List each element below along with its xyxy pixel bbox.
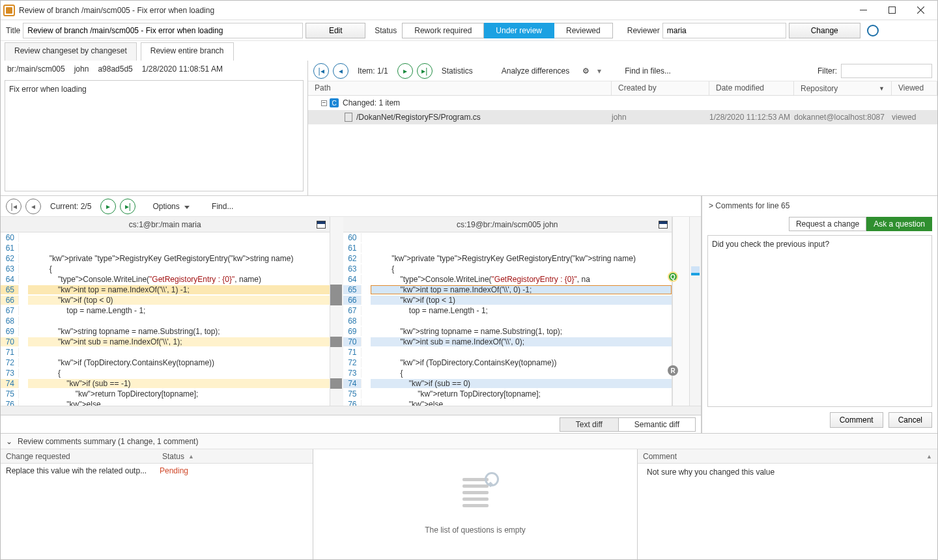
- title-label: Title: [6, 26, 20, 35]
- status-header[interactable]: Status▲: [157, 449, 313, 464]
- empty-list-icon: [457, 475, 494, 520]
- globe-icon[interactable]: [867, 25, 879, 36]
- svg-rect-0: [860, 10, 867, 10]
- tab-changeset[interactable]: Review changeset by changeset: [5, 42, 137, 61]
- reviewer-input[interactable]: [662, 23, 786, 38]
- cancel-button[interactable]: Cancel: [888, 412, 932, 428]
- pane-right-title: cs:19@br:/main/scm005 john: [457, 220, 558, 229]
- scrollbar[interactable]: [689, 217, 701, 406]
- col-repository[interactable]: Repository▼: [794, 81, 892, 95]
- maximize-button[interactable]: [877, 1, 906, 20]
- file-list-header: Path Created by Date modified Repository…: [308, 81, 937, 96]
- changed-badge-icon: C: [330, 98, 339, 107]
- diff-current: Current: 2/5: [50, 202, 91, 211]
- diff-next-icon[interactable]: ▸: [100, 199, 116, 214]
- diff-last-icon[interactable]: ▸|: [120, 199, 135, 214]
- status-reviewed[interactable]: Reviewed: [554, 23, 613, 38]
- text-diff-button[interactable]: Text diff: [560, 417, 619, 432]
- pane-left-title: cs:1@br:/main maria: [129, 220, 201, 229]
- nav-prev-icon[interactable]: ◂: [333, 63, 348, 79]
- filter-input[interactable]: [841, 64, 932, 78]
- minimap[interactable]: Q R: [672, 217, 689, 406]
- file-date: 1/28/2020 11:12:53 AM: [709, 113, 794, 122]
- comment-column: Comment▲ Not sure why you changed this v…: [638, 449, 937, 559]
- ask-question-button[interactable]: Ask a question: [866, 217, 932, 231]
- collapse-icon[interactable]: −: [321, 100, 327, 106]
- diff-pane-right: cs:19@br:/main/scm005 john 606162 "kw">p…: [343, 217, 673, 406]
- questions-column: The list of questions is empty: [313, 449, 638, 559]
- file-created-by: john: [612, 113, 709, 122]
- files-panel: |◂ ◂ Item: 1/1 ▸ ▸| Statistics Analyze d…: [308, 61, 937, 195]
- close-button[interactable]: [906, 1, 935, 20]
- options-dropdown[interactable]: Options: [152, 202, 190, 211]
- semantic-diff-button[interactable]: Semantic diff: [619, 417, 696, 432]
- window-title: Review of branch /main/scm005 - Fix erro…: [19, 6, 214, 15]
- branch-path: br:/main/scm005: [7, 64, 65, 74]
- col-created-by[interactable]: Created by: [612, 81, 709, 95]
- comment-textarea[interactable]: Did you check the previous input?: [707, 235, 932, 407]
- edit-button[interactable]: Edit: [306, 23, 365, 38]
- comments-header: > Comments for line 65: [702, 196, 937, 216]
- branch-info-panel: br:/main/scm005 john a98ad5d5 1/28/2020 …: [1, 61, 308, 195]
- comment-col-header[interactable]: Comment▲: [638, 449, 937, 464]
- tab-entire-branch[interactable]: Review entire branch: [141, 42, 234, 61]
- changed-group[interactable]: − C Changed: 1 item: [308, 96, 937, 110]
- header-row: Title Edit Status Rework required Under …: [1, 20, 937, 41]
- find-in-files-link[interactable]: Find in files...: [625, 66, 671, 76]
- request-change-button[interactable]: Request a change: [789, 217, 866, 231]
- status-label: Status: [375, 26, 397, 35]
- change-button[interactable]: Change: [789, 23, 860, 38]
- status-under-review[interactable]: Under review: [484, 23, 554, 38]
- changes-column: Change requested Status▲ Replace this va…: [1, 449, 313, 559]
- commit-message: Fix error when loading: [5, 80, 304, 191]
- diff-gutter-mid: [330, 217, 343, 406]
- nav-last-icon[interactable]: ▸|: [417, 63, 433, 79]
- file-viewed: viewed: [892, 113, 937, 122]
- settings-icon[interactable]: ⚙: [582, 66, 590, 76]
- branch-hash: a98ad5d5: [98, 64, 132, 74]
- statistics-link[interactable]: Statistics: [442, 66, 473, 76]
- item-label: Item:: [358, 66, 375, 76]
- nav-next-icon[interactable]: ▸: [397, 63, 413, 79]
- question-marker-icon[interactable]: Q: [668, 272, 678, 282]
- change-status: Pending: [160, 466, 188, 475]
- file-repo: dokannet@localhost:8087: [794, 113, 892, 122]
- code-right[interactable]: 606162 "kw">private "type">RegistryKey G…: [343, 232, 672, 406]
- comment-button[interactable]: Comment: [830, 412, 883, 428]
- status-rework[interactable]: Rework required: [402, 23, 484, 38]
- col-path[interactable]: Path: [308, 81, 612, 95]
- col-date[interactable]: Date modified: [709, 81, 794, 95]
- diff-first-icon[interactable]: |◂: [6, 199, 21, 214]
- col-viewed[interactable]: Viewed: [892, 81, 937, 95]
- code-left[interactable]: 606162 "kw">private "type">RegistryKey G…: [1, 232, 330, 406]
- maximize-pane-icon[interactable]: [659, 221, 668, 229]
- change-row[interactable]: Replace this value wih the related outp.…: [1, 464, 313, 478]
- minimize-button[interactable]: [849, 1, 877, 20]
- file-icon: [345, 113, 352, 122]
- summary-header[interactable]: ⌄Review comments summary (1 change, 1 co…: [1, 434, 937, 449]
- changed-label: Changed: 1 item: [343, 98, 400, 107]
- review-marker-icon[interactable]: R: [668, 365, 678, 376]
- branch-date: 1/28/2020 11:08:51 AM: [142, 64, 223, 74]
- item-count: 1/1: [377, 66, 388, 76]
- maximize-pane-icon[interactable]: [317, 221, 326, 229]
- find-link[interactable]: Find...: [212, 202, 233, 211]
- file-row[interactable]: /DokanNet/RegistoryFS/Program.cs john 1/…: [308, 110, 937, 124]
- chevron-down-icon: [184, 206, 190, 209]
- review-mode-tabs: Review changeset by changeset Review ent…: [1, 41, 937, 61]
- branch-user: john: [74, 64, 89, 74]
- title-input[interactable]: [23, 23, 303, 38]
- nav-first-icon[interactable]: |◂: [313, 63, 329, 79]
- analyze-link[interactable]: Analyze differences: [502, 66, 570, 76]
- diff-prev-icon[interactable]: ◂: [25, 199, 41, 214]
- dropdown-icon[interactable]: ▾: [597, 66, 601, 76]
- app-icon: [3, 5, 15, 16]
- titlebar: Review of branch /main/scm005 - Fix erro…: [1, 1, 937, 20]
- filter-label: Filter:: [817, 66, 837, 76]
- comment-text: Not sure why you changed this value: [638, 464, 937, 481]
- reviewer-label: Reviewer: [627, 26, 660, 35]
- diff-pane-left: cs:1@br:/main maria 606162 "kw">private …: [1, 217, 330, 406]
- change-requested-header[interactable]: Change requested: [1, 449, 157, 464]
- comments-panel: > Comments for line 65 Request a change …: [702, 196, 937, 433]
- horizontal-scrollbar[interactable]: [1, 406, 701, 415]
